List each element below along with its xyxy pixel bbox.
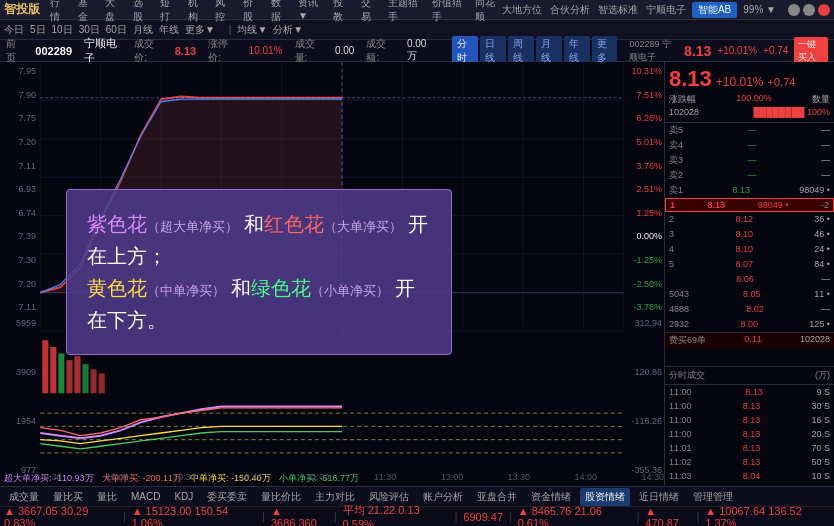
nav-tool3[interactable]: 智选标准 xyxy=(596,3,640,17)
ob-current: 1 8.13 98049 • -2 xyxy=(665,198,834,212)
nav-tool1[interactable]: 大地方位 xyxy=(500,3,544,17)
buy-btn[interactable]: 一键买入 xyxy=(794,37,828,65)
status-hs: ▲ 3686.360 xyxy=(271,505,328,527)
ts-p7: 8.04 xyxy=(743,470,761,482)
nav-item-ths[interactable]: 同花顺 xyxy=(473,0,500,24)
nav-item-inst[interactable]: 机构 xyxy=(186,0,206,24)
ts-v7: 10 S xyxy=(811,470,830,482)
overlay-sub4: （小单净买） xyxy=(311,283,389,298)
toolbar-analysis[interactable]: 分析▼ xyxy=(273,23,303,37)
nav-item-risk[interactable]: 风控 xyxy=(213,0,233,24)
chart-x-labels: 9:30 10:00 10:30 10:46 11:00 11:30 13:00… xyxy=(44,472,664,486)
nav-item-value[interactable]: 价值猎手 xyxy=(430,0,465,24)
tab-daily[interactable]: 日线 xyxy=(480,36,506,66)
nav-item-news[interactable]: 资讯▼ xyxy=(296,0,323,24)
toolbar-year[interactable]: 年线 xyxy=(159,23,179,37)
toolbar-more[interactable]: 更多▼ xyxy=(185,23,215,37)
btab-macd[interactable]: MACD xyxy=(126,488,165,506)
nav-item-short[interactable]: 短打 xyxy=(158,0,178,24)
right-panel: 8.13 +10.01% +0.74 涨跌幅 100.00% 数量 102028… xyxy=(664,62,834,486)
toolbar-10d[interactable]: 10日 xyxy=(52,23,73,37)
btab-qbuy[interactable]: 量比买 xyxy=(48,488,88,506)
ts-v3: 16 S xyxy=(811,414,830,426)
close-btn[interactable] xyxy=(818,4,830,16)
svg-rect-25 xyxy=(74,356,80,393)
btab-q[interactable]: 量比 xyxy=(92,488,122,506)
btab-yb[interactable]: 亚盘合并 xyxy=(472,488,522,506)
toolbar-30d[interactable]: 30日 xyxy=(79,23,100,37)
ob-sell-2: 卖2 — — xyxy=(665,168,834,183)
tab-monthly[interactable]: 月线 xyxy=(536,36,562,66)
ob-s2-vol: — xyxy=(821,169,830,182)
overlay-yellow: 黄色花 xyxy=(87,277,147,299)
ob-cur-val: 8.13 xyxy=(708,200,726,210)
nav-item-stock[interactable]: 选股 xyxy=(131,0,151,24)
chart-area[interactable]: 10.31% 7.51% 6.26% 5.01% 3.76% 2.51% 1.2… xyxy=(0,62,664,486)
ts-title: 分时成交 xyxy=(669,369,705,382)
nav-item-edu[interactable]: 投教 xyxy=(331,0,351,24)
overlay-sub1: （超大单净买） xyxy=(147,219,238,234)
toolbar-5d[interactable]: 5日 xyxy=(30,23,46,37)
ob-e2-price: 8.05 xyxy=(743,288,761,301)
nav-item-market2[interactable]: 大盘 xyxy=(103,0,123,24)
stock-header-label: 前页 xyxy=(6,37,23,65)
ob-s5-vol: — xyxy=(821,124,830,137)
nav-item-market[interactable]: 行情 xyxy=(48,0,68,24)
ts-t4: 11:00 xyxy=(669,428,692,440)
btab-fund[interactable]: 资金情绪 xyxy=(526,488,576,506)
tab-time[interactable]: 分时 xyxy=(452,36,478,66)
tab-weekly[interactable]: 周线 xyxy=(508,36,534,66)
nav-item-data[interactable]: 数据 xyxy=(269,0,289,24)
nav-tool2[interactable]: 合伙分析 xyxy=(548,3,592,17)
status-avg: 平均 21.22 0.13 0.59% xyxy=(343,503,449,526)
ob-sell-1: 卖1 8.13 98049 • xyxy=(665,183,834,198)
main-content: 10.31% 7.51% 6.26% 5.01% 3.76% 2.51% 1.2… xyxy=(0,62,834,486)
nav-ai-btn[interactable]: 智能AB xyxy=(692,2,737,18)
btab-wb[interactable]: 委买委卖 xyxy=(202,488,252,506)
toolbar-month[interactable]: 月线 xyxy=(133,23,153,37)
ob-e4-vol: 125 • xyxy=(809,318,830,331)
ts-row-3: 11:00 8.13 16 S xyxy=(665,413,834,427)
maximize-btn[interactable] xyxy=(803,4,815,16)
btab-qp[interactable]: 量比价比 xyxy=(256,488,306,506)
x-label-1430: 14:30 xyxy=(641,472,664,482)
nav-item-price[interactable]: 价股 xyxy=(241,0,261,24)
toolbar-60d[interactable]: 60日 xyxy=(106,23,127,37)
ob-e4-label: 2932 xyxy=(669,318,689,331)
ob-b5-price: 8.07 xyxy=(735,258,753,271)
ob-sell-4: 卖4 — — xyxy=(665,138,834,153)
nav-search[interactable]: 宁顺电子 xyxy=(644,3,688,17)
minimize-btn[interactable] xyxy=(788,4,800,16)
btab-recent[interactable]: 近日情绪 xyxy=(634,488,684,506)
pct-right: +10.01% xyxy=(717,45,757,56)
nav-item-theme[interactable]: 主题猎手 xyxy=(386,0,421,24)
ob-s2-label: 卖2 xyxy=(669,169,683,182)
status-sep-2: | xyxy=(262,511,265,522)
flash-value: 10.01% xyxy=(249,45,283,56)
chart-overlay: 紫色花（超大单净买） 和红色花（大单净买） 开在上方； 黄色花（中单净买） 和绿… xyxy=(66,189,451,355)
ob-s3-vol: — xyxy=(821,154,830,167)
ob-s1-price: 8.13 xyxy=(732,184,750,197)
tab-more[interactable]: 更多 xyxy=(592,36,618,66)
x-label-1400: 14:00 xyxy=(575,472,598,482)
nav-item-fund[interactable]: 基金 xyxy=(76,0,96,24)
ts-row-2: 11:00 8.13 30 S xyxy=(665,399,834,413)
toolbar-mavg[interactable]: 均线▼ xyxy=(237,23,267,37)
btab-sf[interactable]: 股资情绪 xyxy=(580,488,630,506)
tab-yearly[interactable]: 年线 xyxy=(564,36,590,66)
btab-kdj[interactable]: KDJ xyxy=(169,488,198,506)
toolbar-today[interactable]: 今日 xyxy=(4,23,24,37)
ts-unit: (万) xyxy=(815,369,830,382)
ob-e2-vol: 11 • xyxy=(814,288,830,301)
ts-t2: 11:00 xyxy=(669,400,692,412)
overlay-sub3: （中单净买） xyxy=(147,283,225,298)
x-label-1000: 10:00 xyxy=(106,472,129,482)
ob-e3-label: 4888 xyxy=(669,303,689,316)
nav-item-trade[interactable]: 交易 xyxy=(359,0,379,24)
price-right: 8.13 xyxy=(684,43,711,59)
ts-header: 分时成交 (万) xyxy=(665,367,834,385)
btab-vol[interactable]: 成交量 xyxy=(4,488,44,506)
btab-manage[interactable]: 管理管理 xyxy=(688,488,738,506)
ts-t1: 11:00 xyxy=(669,386,692,398)
status-sep-3: | xyxy=(334,511,337,522)
